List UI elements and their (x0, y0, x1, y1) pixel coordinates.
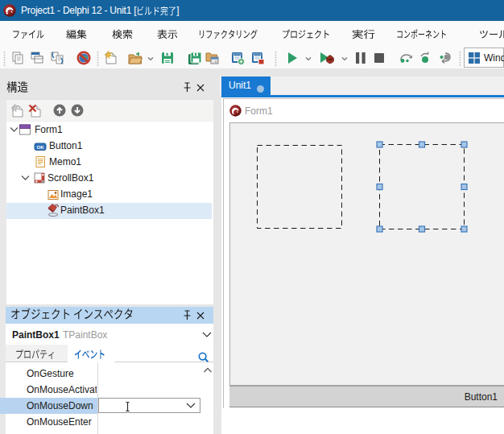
svg-text:OK: OK (37, 145, 45, 150)
